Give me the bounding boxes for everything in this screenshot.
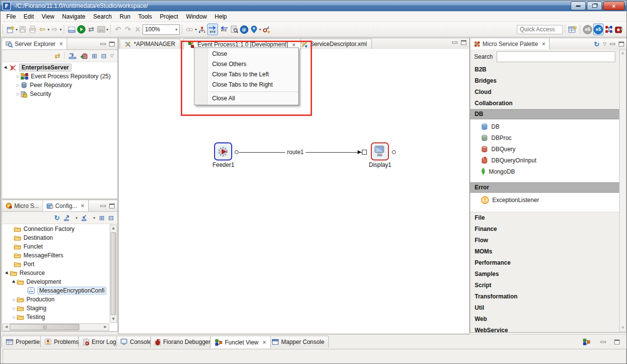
breakpoint-icon[interactable] [249, 24, 258, 35]
tree-item-staging[interactable]: ▷ Staging [2, 304, 110, 313]
close-config-tab-icon[interactable]: × [80, 203, 84, 208]
display-node-label[interactable]: Display1 [363, 161, 397, 168]
refresh-palette-icon[interactable]: ↻ [594, 40, 600, 48]
close-funclet-view-icon[interactable]: × [262, 340, 266, 345]
export-dropdown-icon[interactable]: ▾ [75, 216, 77, 220]
tab-problems[interactable]: Problems [40, 336, 83, 347]
scroll-up-icon[interactable]: ▲ [110, 225, 117, 231]
expand-all-icon[interactable]: ⊞ [99, 214, 104, 222]
redo-icon[interactable]: ↷ [123, 24, 132, 35]
menu-search[interactable]: Search [89, 12, 116, 22]
category-transformation[interactable]: Transformation [470, 291, 619, 302]
import-server-icon[interactable] [69, 53, 76, 59]
palette-item-mongodb[interactable]: MongoDB [470, 166, 619, 177]
category-db[interactable]: DB [470, 109, 619, 119]
collapse-all-icon[interactable]: ⊟ [108, 214, 114, 222]
image-export-icon[interactable] [96, 24, 105, 35]
undo-icon[interactable]: ↶ [114, 24, 122, 35]
tab-servicedescriptor[interactable]: ServiceDescriptor.xml [296, 39, 372, 49]
palette-item-dbqueryoninput[interactable]: DBQueryOnInput [470, 155, 619, 166]
tree-item-funclet[interactable]: Funclet [2, 242, 110, 251]
maximize-view-icon[interactable] [614, 340, 620, 344]
grid-snap-icon[interactable] [67, 24, 76, 35]
close-server-explorer-icon[interactable]: × [59, 41, 63, 46]
export-config-icon[interactable] [64, 215, 71, 221]
import-config-icon[interactable] [81, 215, 89, 221]
tree-item-message-encryption-config[interactable]: MessageEncryptionConfi [2, 286, 110, 295]
tab-server-explorer[interactable]: Server Explorer × [2, 38, 67, 49]
minimize-view-icon[interactable] [610, 43, 615, 45]
image-dropdown-icon[interactable]: ▾ [106, 27, 108, 32]
collapsed-arrow-icon[interactable]: ▷ [16, 92, 21, 96]
collapse-all-icon[interactable]: ⊟ [101, 52, 106, 60]
breakpoint-dropdown-icon[interactable]: ▾ [259, 27, 261, 32]
category-samples[interactable]: Samples [470, 269, 619, 280]
config-vertical-scrollbar[interactable]: ▲ ▼ [110, 225, 117, 323]
tab-error-log[interactable]: Error Log [78, 336, 121, 347]
delete-icon[interactable]: × [133, 24, 142, 35]
feeder-node[interactable] [214, 142, 232, 160]
new-dropdown-icon[interactable]: ▾ [16, 27, 18, 32]
sync-event-process-icon[interactable]: ⇄ [87, 24, 96, 35]
palette-scrollbar[interactable]: ▲ ▼ [619, 49, 627, 332]
tree-item-development[interactable]: ▶ Development [2, 277, 110, 286]
link-routes-icon[interactable] [185, 24, 194, 35]
tab-micro-service[interactable]: Micro S... [2, 200, 43, 211]
category-bridges[interactable]: Bridges [470, 75, 619, 87]
category-moms[interactable]: MOMs [470, 246, 619, 257]
restore-window-button[interactable] [587, 1, 602, 10]
estudio-online-perspective-icon[interactable]: eS [593, 23, 603, 35]
tab-config[interactable]: Config... × [43, 200, 89, 211]
menu-window[interactable]: Window [182, 12, 211, 22]
collapsed-arrow-icon[interactable]: ▷ [12, 306, 17, 311]
print-button[interactable] [28, 24, 37, 35]
maximize-view-icon[interactable] [109, 42, 115, 46]
palette-item-dbproc[interactable]: DBProc [470, 132, 619, 143]
category-b2b[interactable]: B2B [470, 64, 619, 75]
category-web[interactable]: Web [470, 314, 619, 325]
collapsed-arrow-icon[interactable]: ▷ [12, 315, 17, 319]
palette-item-db[interactable]: DB [470, 121, 619, 132]
palette-item-exceptionlistener[interactable]: ExceptionListener [470, 194, 619, 205]
tree-item-connection-factory[interactable]: Connection Factory [2, 225, 110, 233]
palette-item-dbquery[interactable]: DBQuery [470, 143, 619, 155]
menu-edit[interactable]: Edit [20, 12, 38, 22]
config-horizontal-scrollbar[interactable]: ◀ ▶ [2, 323, 109, 331]
check-resource-icon[interactable] [197, 24, 206, 35]
category-collaboration[interactable]: Collaboration [470, 98, 619, 109]
category-flow[interactable]: Flow [470, 235, 619, 246]
close-palette-icon[interactable]: × [541, 41, 545, 46]
new-button[interactable] [6, 24, 15, 35]
collapsed-arrow-icon[interactable]: ▷ [16, 74, 21, 79]
menu-tools[interactable]: Tools [134, 12, 156, 22]
menu-project[interactable]: Project [156, 12, 182, 22]
menu-run[interactable]: Run [116, 12, 134, 22]
category-finance[interactable]: Finance [470, 224, 619, 235]
view-menu-icon[interactable]: ▽ [603, 42, 606, 46]
refresh-icon[interactable]: ↻ [54, 214, 60, 222]
category-error[interactable]: Error [470, 182, 619, 193]
funclet-layout-icon[interactable] [582, 339, 590, 345]
estudio-offline-perspective-icon[interactable]: eS [583, 24, 592, 35]
quick-access-input[interactable] [517, 25, 563, 34]
tree-item-enterprise-server[interactable]: ▶ F EnterpriseServer [2, 63, 118, 72]
menu-navigate[interactable]: Navigate [58, 12, 89, 22]
view-menu-icon[interactable]: ▽ [110, 53, 114, 58]
tab-apimanager[interactable]: *APIMANAGER [120, 39, 180, 49]
tree-item-messagefilters[interactable]: MessageFilters [2, 251, 110, 260]
maximize-view-icon[interactable] [109, 204, 115, 208]
open-perspective-icon[interactable] [568, 24, 578, 35]
switch-server-icon[interactable]: ⇄ [55, 52, 61, 60]
route-label[interactable]: route1 [285, 149, 306, 156]
expand-all-icon[interactable]: ⊞ [92, 52, 97, 60]
debug-perspective-icon[interactable] [614, 24, 623, 35]
minimize-window-button[interactable] [571, 1, 586, 10]
show-port-names-toggle[interactable]: XYZ [207, 23, 218, 35]
close-window-button[interactable]: × [603, 1, 625, 10]
collapsed-arrow-icon[interactable]: ▷ [16, 83, 21, 88]
hide-port-names-button[interactable]: XYZ [219, 24, 229, 35]
menu-item-close-tabs-right[interactable]: Close Tabs to the Right [194, 80, 298, 90]
category-cloud[interactable]: Cloud [470, 87, 619, 98]
save-button[interactable] [18, 24, 27, 35]
forward-icon[interactable]: ⇨ [50, 24, 59, 35]
